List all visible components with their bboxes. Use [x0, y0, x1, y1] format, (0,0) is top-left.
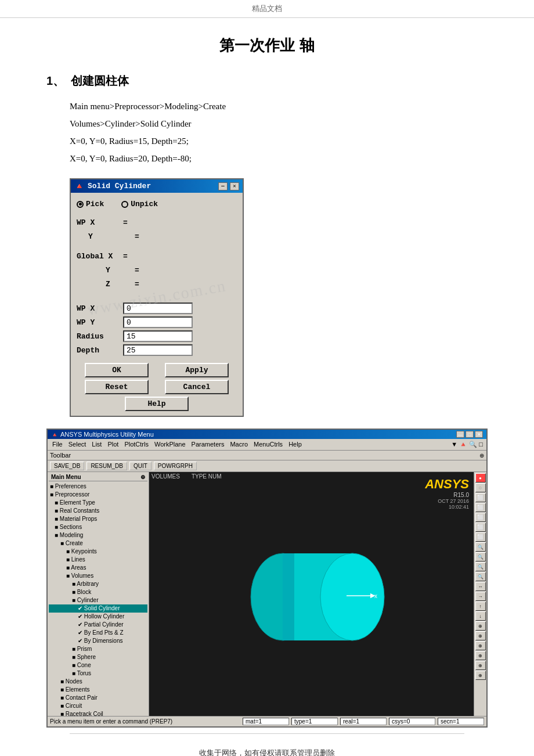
radius-input-row: Radius [77, 330, 237, 342]
ansys-minimize-button[interactable]: — [456, 431, 464, 438]
right-icon-18[interactable]: ⊕ [475, 641, 486, 650]
volumes-label: VOLUMES [151, 473, 180, 480]
dialog-title: Solid Cylinder [88, 182, 151, 190]
wp-y-input[interactable] [123, 316, 193, 328]
macro-buttons-row: SAVE_DB RESUM_DB QUIT POWRGRPH [48, 460, 486, 472]
menubar: File Select List Plot PlotCtrls WorkPlan… [48, 439, 486, 451]
menu-list[interactable]: List [89, 440, 104, 449]
menu-item-torus[interactable]: ■ Torus [49, 669, 147, 678]
menu-item-partial-cylinder[interactable]: ✔ Partial Cylinder [49, 621, 147, 629]
right-icon-5[interactable]: ⬜ [475, 513, 486, 522]
resum-db-button[interactable]: RESUM_DB [86, 462, 127, 470]
radius-input[interactable] [123, 330, 193, 342]
menu-help[interactable]: Help [286, 440, 304, 449]
menu-pin-icon[interactable]: ⊕ [140, 474, 145, 480]
menu-item-by-end-pts[interactable]: ✔ By End Pts & Z [49, 629, 147, 637]
right-icon-14[interactable]: ↑ [475, 602, 486, 611]
right-icon-16[interactable]: ⊕ [475, 621, 486, 631]
pick-radio[interactable]: Pick [77, 200, 104, 208]
global-x-label: Global X [77, 252, 123, 261]
toolbar-right-icon: ⊕ [479, 452, 484, 459]
wp-x-input-row: WP X [77, 303, 237, 314]
right-menu-icons: ▼ 🔺 🔍 □ [450, 440, 484, 449]
status-prompt: Pick a menu item or enter a command (PRE… [50, 718, 240, 725]
menu-item-hollow-cylinder[interactable]: ✔ Hollow Cylinder [49, 613, 147, 621]
dialog-close-button[interactable]: ✕ [230, 182, 239, 190]
pick-radio-circle[interactable] [77, 201, 84, 208]
menu-parameters[interactable]: Parameters [189, 440, 227, 449]
menu-item-contact-pair[interactable]: ■ Contact Pair [49, 694, 147, 702]
right-icon-2[interactable]: ○ [475, 483, 486, 492]
ok-button[interactable]: OK [85, 363, 149, 377]
reset-button[interactable]: Reset [85, 380, 149, 394]
dialog-minimize-button[interactable]: — [218, 182, 228, 190]
right-icon-15[interactable]: ↓ [475, 611, 486, 621]
apply-button[interactable]: Apply [165, 363, 229, 377]
menu-item-by-dimensions[interactable]: ✔ By Dimensions [49, 637, 147, 645]
depth-input-label: Depth [77, 346, 123, 355]
menu-item-arbitrary[interactable]: ■ Arbitrary [49, 580, 147, 588]
menu-plotctrls[interactable]: PlotCtrls [122, 440, 151, 449]
menu-item-elements[interactable]: ■ Elements [49, 686, 147, 694]
menu-item-prism[interactable]: ■ Prism [49, 645, 147, 653]
right-icon-11[interactable]: 🔍 [475, 572, 486, 581]
ansys-window: 🔺 ANSYS Multiphysics Utility Menu — □ ✕ … [46, 429, 488, 728]
ansys-close-button[interactable]: ✕ [475, 431, 483, 438]
menu-item-element-type[interactable]: ■ Element Type [49, 499, 147, 507]
right-icon-17[interactable]: ⊕ [475, 631, 486, 640]
instruction-3: X=0, Y=0, Radius=15, Depth=25; [70, 134, 488, 148]
right-icon-4[interactable]: ⬜ [475, 503, 486, 512]
save-db-button[interactable]: SAVE_DB [50, 462, 84, 470]
menu-item-real-constants[interactable]: ■ Real Constants [49, 507, 147, 515]
right-icon-20[interactable]: ⊕ [475, 661, 486, 670]
right-icon-7[interactable]: ⬜ [475, 532, 486, 542]
menu-plot[interactable]: Plot [105, 440, 121, 449]
right-icon-8[interactable]: 🔍 [475, 542, 486, 552]
menu-item-volumes[interactable]: ■ Volumes [49, 572, 147, 580]
help-button[interactable]: Help [125, 397, 189, 411]
unpick-radio-circle[interactable] [121, 201, 128, 208]
right-icon-3[interactable]: ⬜ [475, 493, 486, 502]
menu-item-material-props[interactable]: ■ Material Props [49, 515, 147, 523]
right-icon-10[interactable]: 🔍 [475, 562, 486, 571]
quit-button[interactable]: QUIT [129, 462, 151, 470]
instruction-1: Main menu>Preprocessor>Modeling>Create [70, 99, 488, 113]
depth-input[interactable] [123, 344, 193, 356]
menu-item-block[interactable]: ■ Block [49, 588, 147, 596]
menu-item-create[interactable]: ■ Create [49, 539, 147, 548]
type-num-label: TYPE NUM [192, 473, 222, 480]
menu-item-sections[interactable]: ■ Sections [49, 523, 147, 531]
menu-item-solid-cylinder[interactable]: ✔ Solid Cylinder [49, 604, 147, 613]
menu-item-preprocessor[interactable]: ■ Preprocessor [49, 491, 147, 499]
menu-item-cone[interactable]: ■ Cone [49, 661, 147, 669]
ansys-maximize-button[interactable]: □ [466, 431, 474, 438]
menu-select[interactable]: Select [66, 440, 89, 449]
wp-x-input[interactable] [123, 303, 193, 314]
menu-item-lines[interactable]: ■ Lines [49, 556, 147, 564]
menu-item-cylinder[interactable]: ■ Cylinder [49, 596, 147, 604]
radio-row: Pick Unpick [77, 197, 237, 211]
menu-menuctrls[interactable]: MenuCtrls [251, 440, 285, 449]
right-icon-12[interactable]: ↔ [475, 582, 486, 591]
menu-item-preferences[interactable]: ■ Preferences [49, 483, 147, 491]
menu-item-areas[interactable]: ■ Areas [49, 564, 147, 572]
right-icon-1[interactable]: ● [475, 473, 486, 483]
menu-item-circuit[interactable]: ■ Circuit [49, 702, 147, 710]
menu-workplane[interactable]: WorkPlane [152, 440, 188, 449]
unpick-radio[interactable]: Unpick [121, 200, 158, 208]
menu-item-keypoints[interactable]: ■ Keypoints [49, 548, 147, 556]
menu-item-nodes[interactable]: ■ Nodes [49, 678, 147, 686]
right-icon-19[interactable]: ⊕ [475, 651, 486, 660]
menu-macro[interactable]: Macro [228, 440, 250, 449]
right-icon-9[interactable]: 🔍 [475, 552, 486, 561]
right-icon-6[interactable]: ⬜ [475, 523, 486, 532]
cancel-button[interactable]: Cancel [165, 380, 229, 394]
right-icon-13[interactable]: → [475, 592, 486, 601]
menu-file[interactable]: File [50, 440, 65, 449]
menu-item-racetrack-coil[interactable]: ■ Racetrack Coil [49, 710, 147, 716]
menu-item-modeling[interactable]: ■ Modeling [49, 531, 147, 539]
right-panel: ● ○ ⬜ ⬜ ⬜ ⬜ ⬜ 🔍 🔍 🔍 🔍 ↔ → ↑ ↓ ⊕ ⊕ ⊕ ⊕ ⊕ [474, 472, 486, 716]
right-icon-21[interactable]: ⊕ [475, 671, 486, 680]
menu-item-sphere[interactable]: ■ Sphere [49, 653, 147, 661]
powrgrph-button[interactable]: POWRGRPH [154, 462, 197, 470]
